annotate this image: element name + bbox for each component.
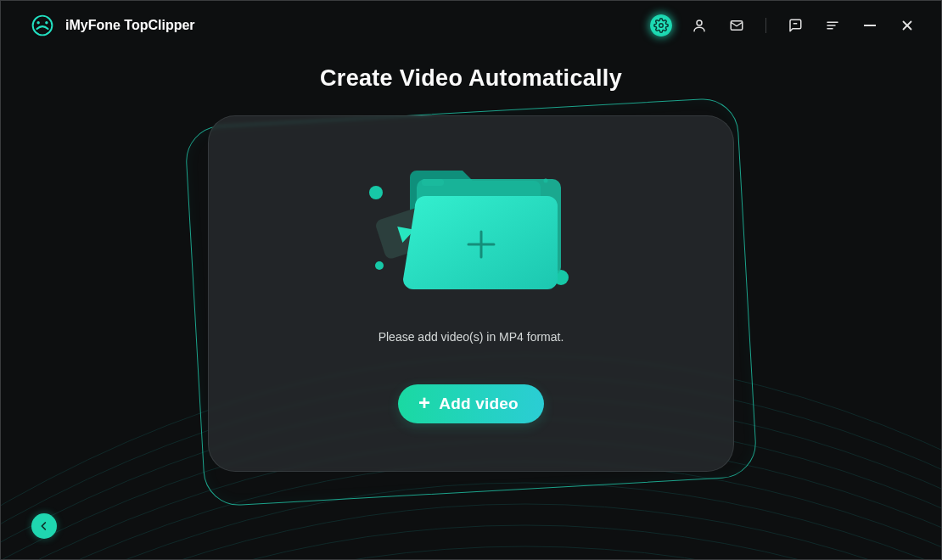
minimize-button[interactable] bbox=[860, 15, 880, 36]
drop-panel[interactable]: Please add video(s) in MP4 format. + Add… bbox=[208, 115, 734, 472]
plus-icon: + bbox=[418, 393, 430, 413]
settings-button[interactable] bbox=[650, 14, 672, 36]
add-video-label: Add video bbox=[439, 395, 519, 413]
svg-point-2 bbox=[45, 21, 48, 24]
svg-point-3 bbox=[659, 24, 664, 28]
drop-hint-text: Please add video(s) in MP4 format. bbox=[378, 330, 564, 344]
titlebar-controls bbox=[650, 14, 917, 36]
svg-point-4 bbox=[697, 20, 702, 25]
svg-point-12 bbox=[369, 186, 383, 199]
app-brand: iMyFone TopClipper bbox=[31, 14, 195, 36]
menu-button[interactable] bbox=[822, 15, 843, 36]
account-button[interactable] bbox=[689, 15, 709, 36]
titlebar-separator bbox=[765, 18, 766, 33]
titlebar: iMyFone TopClipper bbox=[1, 1, 941, 50]
folder-illustration bbox=[361, 157, 581, 306]
add-video-button[interactable]: + Add video bbox=[398, 384, 544, 423]
feedback-button[interactable] bbox=[785, 15, 805, 36]
svg-point-13 bbox=[375, 261, 384, 270]
main-content: Create Video Automatically bbox=[1, 50, 941, 489]
svg-point-1 bbox=[36, 21, 39, 24]
app-logo-icon bbox=[31, 14, 53, 36]
app-name: iMyFone TopClipper bbox=[65, 18, 195, 33]
back-button[interactable] bbox=[31, 513, 57, 539]
drop-panel-wrap: Please add video(s) in MP4 format. + Add… bbox=[208, 115, 734, 489]
close-button[interactable] bbox=[897, 15, 917, 36]
svg-point-0 bbox=[33, 16, 53, 36]
mail-button[interactable] bbox=[726, 15, 747, 36]
page-title: Create Video Automatically bbox=[320, 65, 622, 92]
